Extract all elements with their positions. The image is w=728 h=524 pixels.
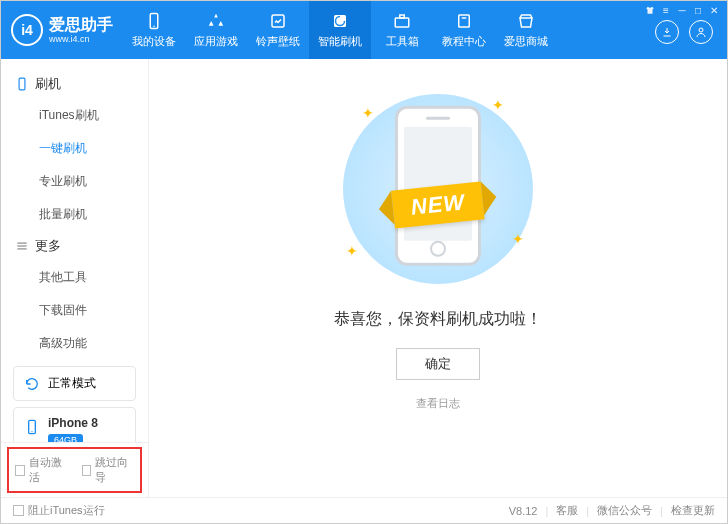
checkbox-auto-activate[interactable]: 自动激活 [15, 455, 68, 485]
checkbox-label: 跳过向导 [95, 455, 134, 485]
svg-point-8 [699, 28, 703, 32]
success-message: 恭喜您，保资料刷机成功啦！ [334, 309, 542, 330]
logo-block: i4 爱思助手 www.i4.cn [1, 1, 123, 59]
svg-rect-9 [19, 78, 25, 90]
device-icon [24, 416, 40, 438]
view-log-link[interactable]: 查看日志 [416, 396, 460, 411]
section-flash[interactable]: 刷机 [1, 69, 148, 99]
wechat-link[interactable]: 微信公众号 [597, 503, 652, 518]
phone-icon [15, 77, 29, 91]
book-icon [454, 12, 474, 30]
ok-button[interactable]: 确定 [396, 348, 480, 380]
nav-apps[interactable]: 应用游戏 [185, 1, 247, 59]
svg-rect-4 [395, 18, 409, 27]
flash-icon [330, 12, 350, 30]
sidebar-item-itunes[interactable]: iTunes刷机 [1, 99, 148, 132]
nav-tutorial[interactable]: 教程中心 [433, 1, 495, 59]
device-name: iPhone 8 [48, 416, 98, 430]
brand-site: www.i4.cn [49, 34, 113, 44]
mode-card[interactable]: 正常模式 [13, 366, 136, 401]
nav-label: 应用游戏 [194, 34, 238, 49]
nav-label: 工具箱 [386, 34, 419, 49]
brand-name: 爱思助手 [49, 16, 113, 34]
nav-label: 我的设备 [132, 34, 176, 49]
checkbox-label: 阻止iTunes运行 [28, 503, 105, 518]
sidebar: 刷机 iTunes刷机 一键刷机 专业刷机 批量刷机 更多 其他工具 下载固件 … [1, 59, 149, 497]
success-illustration: ✦ ✦ ✦ ✦ NEW [328, 89, 548, 289]
section-title: 更多 [35, 237, 61, 255]
phone-icon [144, 12, 164, 30]
app-icon [206, 12, 226, 30]
maximize-icon[interactable]: □ [691, 4, 705, 16]
nav-my-device[interactable]: 我的设备 [123, 1, 185, 59]
sidebar-item-advanced[interactable]: 高级功能 [1, 327, 148, 360]
nav-media[interactable]: 铃声壁纸 [247, 1, 309, 59]
support-link[interactable]: 客服 [556, 503, 578, 518]
titlebar: ≡ ─ □ ✕ [643, 1, 727, 16]
svg-point-1 [153, 25, 155, 27]
main-content: ✦ ✦ ✦ ✦ NEW 恭喜您，保资料刷机成功啦！ 确定 查看日志 [149, 59, 727, 497]
device-card[interactable]: iPhone 8 64GB [13, 407, 136, 442]
user-button[interactable] [689, 20, 713, 44]
capacity-badge: 64GB [48, 434, 83, 442]
svg-point-14 [31, 431, 32, 432]
nav-label: 教程中心 [442, 34, 486, 49]
update-link[interactable]: 检查更新 [671, 503, 715, 518]
tshirt-icon[interactable] [643, 4, 657, 16]
close-icon[interactable]: ✕ [707, 4, 721, 16]
svg-rect-2 [272, 15, 284, 27]
highlight-box: 自动激活 跳过向导 [7, 447, 142, 493]
nav-label: 智能刷机 [318, 34, 362, 49]
checkbox-label: 自动激活 [29, 455, 68, 485]
sidebar-item-oneclick[interactable]: 一键刷机 [1, 132, 148, 165]
version-label: V8.12 [509, 505, 538, 517]
refresh-icon [24, 376, 40, 392]
top-nav: 我的设备 应用游戏 铃声壁纸 智能刷机 工具箱 教程中心 [123, 1, 557, 59]
download-button[interactable] [655, 20, 679, 44]
nav-store[interactable]: 爱思商城 [495, 1, 557, 59]
sidebar-item-firmware[interactable]: 下载固件 [1, 294, 148, 327]
nav-flash[interactable]: 智能刷机 [309, 1, 371, 59]
mode-label: 正常模式 [48, 375, 96, 392]
svg-rect-5 [400, 15, 405, 18]
menu-icon[interactable]: ≡ [659, 4, 673, 16]
menu-icon [15, 239, 29, 253]
toolbox-icon [392, 12, 412, 30]
section-more[interactable]: 更多 [1, 231, 148, 261]
footer: 阻止iTunes运行 V8.12 | 客服 | 微信公众号 | 检查更新 [1, 497, 727, 523]
checkbox-skip-guide[interactable]: 跳过向导 [82, 455, 135, 485]
logo-icon: i4 [11, 14, 43, 46]
svg-rect-6 [459, 15, 470, 27]
sidebar-item-other[interactable]: 其他工具 [1, 261, 148, 294]
nav-toolbox[interactable]: 工具箱 [371, 1, 433, 59]
section-title: 刷机 [35, 75, 61, 93]
checkbox-block-itunes[interactable]: 阻止iTunes运行 [13, 503, 105, 518]
sidebar-item-pro[interactable]: 专业刷机 [1, 165, 148, 198]
nav-label: 铃声壁纸 [256, 34, 300, 49]
minimize-icon[interactable]: ─ [675, 4, 689, 16]
media-icon [268, 12, 288, 30]
sidebar-item-batch[interactable]: 批量刷机 [1, 198, 148, 231]
nav-label: 爱思商城 [504, 34, 548, 49]
app-header: i4 爱思助手 www.i4.cn 我的设备 应用游戏 铃声壁纸 智能刷机 [1, 1, 727, 59]
store-icon [516, 12, 536, 30]
